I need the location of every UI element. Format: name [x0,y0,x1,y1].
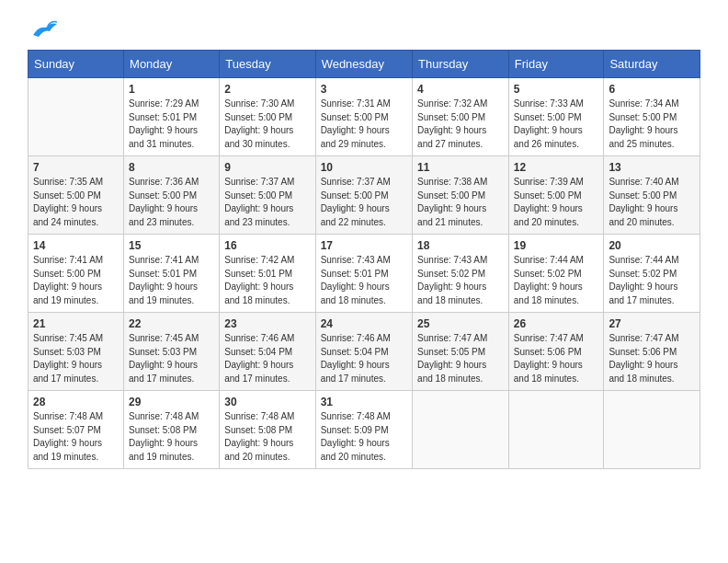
day-number: 17 [321,239,407,252]
calendar-cell: 15Sunrise: 7:41 AMSunset: 5:01 PMDayligh… [124,235,220,313]
sunrise-label: Sunrise: 7:30 AM [224,98,294,109]
calendar-cell: 17Sunrise: 7:43 AMSunset: 5:01 PMDayligh… [315,235,412,313]
day-number: 14 [33,239,119,252]
day-number: 7 [33,161,119,174]
sunrise-label: Sunrise: 7:29 AM [129,98,199,109]
sunrise-label: Sunrise: 7:46 AM [224,333,294,343]
day-info: Sunrise: 7:41 AMSunset: 5:00 PMDaylight:… [33,254,119,307]
daylight-label: Daylight: 9 hours and 23 minutes. [129,203,198,227]
calendar-cell: 23Sunrise: 7:46 AMSunset: 5:04 PMDayligh… [220,313,315,391]
day-info: Sunrise: 7:33 AMSunset: 5:00 PMDaylight:… [514,98,599,151]
calendar-cell: 27Sunrise: 7:47 AMSunset: 5:06 PMDayligh… [604,313,700,391]
day-info: Sunrise: 7:48 AMSunset: 5:08 PMDaylight:… [129,410,214,464]
calendar-cell: 30Sunrise: 7:48 AMSunset: 5:08 PMDayligh… [220,391,315,469]
week-row-4: 21Sunrise: 7:45 AMSunset: 5:03 PMDayligh… [28,313,700,391]
calendar-cell: 24Sunrise: 7:46 AMSunset: 5:04 PMDayligh… [315,313,412,391]
sunset-label: Sunset: 5:00 PM [609,190,677,201]
daylight-label: Daylight: 9 hours and 20 minutes. [609,203,677,227]
daylight-label: Daylight: 9 hours and 18 minutes. [224,282,293,305]
day-number: 10 [321,161,407,174]
sunrise-label: Sunrise: 7:33 AM [514,98,584,109]
daylight-label: Daylight: 9 hours and 23 minutes. [224,203,293,227]
daylight-label: Daylight: 9 hours and 20 minutes. [321,438,390,462]
sunset-label: Sunset: 5:09 PM [321,425,389,435]
sunset-label: Sunset: 5:00 PM [129,190,197,201]
daylight-label: Daylight: 9 hours and 19 minutes. [33,282,102,305]
sunrise-label: Sunrise: 7:43 AM [417,255,487,265]
day-info: Sunrise: 7:45 AMSunset: 5:03 PMDaylight:… [33,332,119,385]
day-number: 16 [224,239,310,252]
day-number: 9 [224,161,310,174]
sunrise-label: Sunrise: 7:41 AM [129,255,199,265]
col-header-tuesday: Tuesday [220,51,315,78]
calendar-cell: 2Sunrise: 7:30 AMSunset: 5:00 PMDaylight… [220,78,315,156]
sunrise-label: Sunrise: 7:45 AM [129,333,199,343]
sunrise-label: Sunrise: 7:47 AM [417,333,487,343]
day-info: Sunrise: 7:45 AMSunset: 5:03 PMDaylight:… [129,332,214,385]
sunrise-label: Sunrise: 7:45 AM [33,333,103,343]
calendar-cell: 31Sunrise: 7:48 AMSunset: 5:09 PMDayligh… [315,391,412,469]
day-info: Sunrise: 7:42 AMSunset: 5:01 PMDaylight:… [224,254,310,307]
daylight-label: Daylight: 9 hours and 20 minutes. [514,203,583,227]
day-info: Sunrise: 7:36 AMSunset: 5:00 PMDaylight:… [129,176,214,229]
col-header-saturday: Saturday [604,51,700,78]
day-info: Sunrise: 7:43 AMSunset: 5:02 PMDaylight:… [417,254,504,307]
day-info: Sunrise: 7:47 AMSunset: 5:06 PMDaylight:… [609,332,695,385]
day-info: Sunrise: 7:41 AMSunset: 5:01 PMDaylight:… [129,254,214,307]
sunrise-label: Sunrise: 7:39 AM [514,177,584,187]
day-info: Sunrise: 7:35 AMSunset: 5:00 PMDaylight:… [33,176,119,229]
day-info: Sunrise: 7:43 AMSunset: 5:01 PMDaylight:… [321,254,407,307]
sunset-label: Sunset: 5:00 PM [321,112,389,122]
calendar-cell: 13Sunrise: 7:40 AMSunset: 5:00 PMDayligh… [604,156,700,235]
sunrise-label: Sunrise: 7:36 AM [129,177,199,187]
logo [28,18,59,35]
sunrise-label: Sunrise: 7:40 AM [609,177,678,187]
sunrise-label: Sunrise: 7:47 AM [609,333,678,343]
calendar-cell: 7Sunrise: 7:35 AMSunset: 5:00 PMDaylight… [28,156,124,235]
calendar-cell: 26Sunrise: 7:47 AMSunset: 5:06 PMDayligh… [508,313,604,391]
day-number: 22 [129,317,214,330]
day-info: Sunrise: 7:46 AMSunset: 5:04 PMDaylight:… [321,332,407,385]
daylight-label: Daylight: 9 hours and 17 minutes. [129,360,198,384]
calendar-header-row: SundayMondayTuesdayWednesdayThursdayFrid… [28,51,700,78]
calendar-cell: 12Sunrise: 7:39 AMSunset: 5:00 PMDayligh… [508,156,604,235]
calendar-cell: 5Sunrise: 7:33 AMSunset: 5:00 PMDaylight… [508,78,604,156]
day-info: Sunrise: 7:48 AMSunset: 5:08 PMDaylight:… [224,410,310,464]
sunset-label: Sunset: 5:06 PM [514,347,582,357]
calendar-cell: 25Sunrise: 7:47 AMSunset: 5:05 PMDayligh… [413,313,509,391]
daylight-label: Daylight: 9 hours and 17 minutes. [33,360,102,384]
sunset-label: Sunset: 5:02 PM [514,269,582,279]
day-number: 2 [224,83,310,96]
daylight-label: Daylight: 9 hours and 18 minutes. [417,360,486,384]
day-number: 31 [321,396,407,408]
day-number: 11 [417,161,504,174]
sunset-label: Sunset: 5:01 PM [129,112,197,122]
sunrise-label: Sunrise: 7:34 AM [609,98,678,109]
day-number: 5 [514,83,599,96]
calendar-cell: 3Sunrise: 7:31 AMSunset: 5:00 PMDaylight… [315,78,412,156]
calendar-cell [28,78,124,156]
sunset-label: Sunset: 5:01 PM [129,269,197,279]
calendar-cell: 10Sunrise: 7:37 AMSunset: 5:00 PMDayligh… [315,156,412,235]
sunset-label: Sunset: 5:00 PM [609,112,677,122]
day-info: Sunrise: 7:29 AMSunset: 5:01 PMDaylight:… [129,98,214,151]
sunset-label: Sunset: 5:01 PM [321,269,389,279]
sunset-label: Sunset: 5:04 PM [321,347,389,357]
day-info: Sunrise: 7:48 AMSunset: 5:09 PMDaylight:… [321,410,407,464]
calendar-cell: 29Sunrise: 7:48 AMSunset: 5:08 PMDayligh… [124,391,220,469]
sunrise-label: Sunrise: 7:48 AM [129,411,199,421]
day-number: 20 [609,239,695,252]
day-number: 13 [609,161,695,174]
day-info: Sunrise: 7:46 AMSunset: 5:04 PMDaylight:… [224,332,310,385]
day-number: 24 [321,317,407,330]
sunrise-label: Sunrise: 7:43 AM [321,255,391,265]
calendar-cell: 22Sunrise: 7:45 AMSunset: 5:03 PMDayligh… [124,313,220,391]
day-info: Sunrise: 7:38 AMSunset: 5:00 PMDaylight:… [417,176,504,229]
sunset-label: Sunset: 5:00 PM [514,190,582,201]
day-number: 8 [129,161,214,174]
sunrise-label: Sunrise: 7:46 AM [321,333,391,343]
day-number: 12 [514,161,599,174]
sunset-label: Sunset: 5:00 PM [321,190,389,201]
daylight-label: Daylight: 9 hours and 24 minutes. [33,203,102,227]
sunset-label: Sunset: 5:00 PM [224,190,292,201]
